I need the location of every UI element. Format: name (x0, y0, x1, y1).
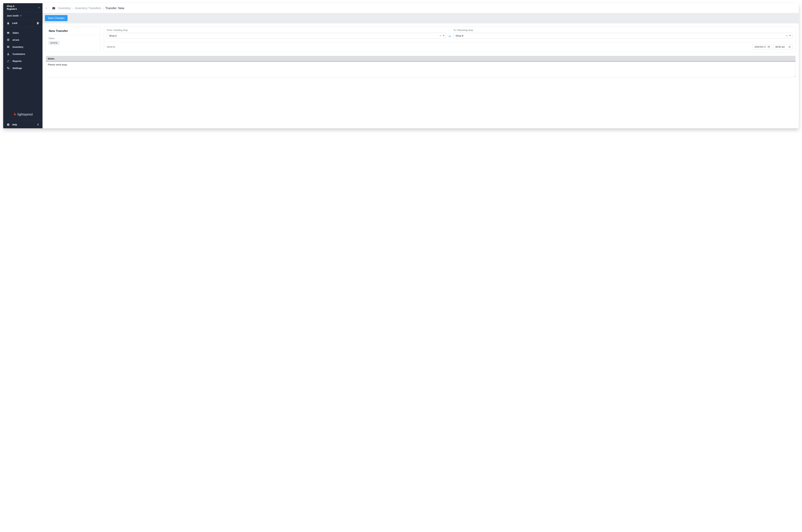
chevron-right-icon: › (103, 6, 103, 10)
flame-icon (13, 112, 16, 116)
drawer-icon (7, 45, 9, 48)
lock-icon (7, 22, 9, 24)
shop-register-switcher[interactable]: Shop A Register1 (3, 3, 42, 12)
nav-ecom[interactable]: eCom (3, 36, 42, 43)
need-by-time-input[interactable]: 08:00 am (773, 44, 793, 50)
pin-sidebar-button[interactable] (33, 121, 42, 128)
nav-label: Reports (13, 60, 22, 62)
from-shop-select[interactable]: Shop A × (107, 33, 446, 38)
calendar-icon (767, 46, 770, 48)
card-body: Status OPEN (46, 35, 100, 48)
lock-row: Lock (3, 19, 42, 27)
transfer-title: New Transfer (49, 29, 97, 33)
from-shop-label: From / Sending shop (107, 29, 446, 32)
chevron-right-icon: › (72, 6, 73, 10)
user-menu[interactable]: Jane Smith (3, 12, 42, 19)
time-value: 08:00 am (776, 45, 785, 48)
clear-icon[interactable]: × (786, 34, 787, 37)
breadcrumb-section[interactable]: Inventory Transfers (75, 6, 101, 10)
nav-reports[interactable]: Reports (3, 57, 42, 64)
hamburger-icon (46, 6, 47, 10)
help-button[interactable]: ? Help (3, 121, 33, 128)
nav-inventory[interactable]: Inventory (3, 43, 42, 50)
user-name: Jane Smith (7, 15, 19, 17)
shops-row: From / Sending shop Shop A × (104, 26, 796, 42)
card-header: New Transfer (46, 26, 100, 35)
clock-icon (788, 46, 791, 48)
need-by-inputs: 2018-04-17 08:00 am (752, 44, 793, 50)
to-shop-select[interactable]: Shop B × (454, 33, 793, 38)
chart-icon (7, 59, 9, 62)
to-shop-label: To / Receiving shop (454, 29, 793, 32)
register-name: Register1 (7, 8, 17, 11)
shop-name: Shop A (7, 5, 17, 8)
transfer-cards-row: New Transfer Status OPEN From / Sending … (46, 26, 796, 52)
nav-label: Sales (13, 32, 19, 34)
nav-customers[interactable]: Customers (3, 50, 42, 57)
main: Inventory › Inventory Transfers › Transf… (42, 3, 799, 128)
inventory-icon (52, 7, 55, 10)
pin-icon (37, 123, 39, 126)
help-label: Help (12, 124, 17, 126)
shop-register-block: Shop A Register1 (7, 5, 17, 11)
sidebar: Shop A Register1 Jane Smith Lock Sales (3, 3, 42, 128)
clear-icon[interactable]: × (440, 34, 441, 37)
action-bar: Save Changes (42, 13, 799, 23)
svg-rect-7 (53, 8, 54, 8)
gear-icon (7, 66, 9, 70)
globe-icon (7, 38, 9, 41)
date-value: 2018-04-17 (755, 45, 766, 48)
sidebar-footer: ? Help (3, 121, 42, 128)
transfer-shops-card: From / Sending shop Shop A × (104, 26, 796, 52)
nav-label: Inventory (13, 45, 23, 48)
logout-icon (37, 22, 39, 24)
user-icon (7, 53, 9, 55)
brand-logo: lightspeed (3, 109, 42, 121)
svg-text:?: ? (8, 124, 9, 126)
to-shop-value: Shop B (456, 34, 463, 37)
to-shop-column: To / Receiving shop Shop B × (454, 29, 793, 38)
from-shop-column: From / Sending shop Shop A × (107, 29, 446, 38)
nav-settings[interactable]: Settings (3, 64, 42, 72)
from-shop-value: Shop A (109, 34, 117, 37)
need-by-row: Need by 2018-04-17 08:00 am (104, 42, 796, 52)
menu-toggle-button[interactable] (46, 3, 49, 13)
status-label: Status (49, 37, 97, 40)
save-changes-button[interactable]: Save Changes (45, 15, 68, 21)
chevron-right-icon (39, 7, 40, 8)
status-badge: OPEN (49, 41, 59, 45)
chevron-down-icon (443, 35, 444, 36)
sidebar-nav: Sales eCom Inventory Customers Reports (3, 27, 42, 109)
brand-text: lightspeed (18, 113, 33, 116)
svg-rect-1 (8, 47, 9, 48)
nav-sales[interactable]: Sales (3, 29, 42, 36)
arrow-right-icon (448, 35, 451, 38)
breadcrumb-current: Transfer: New (105, 6, 124, 10)
need-by-date-input[interactable]: 2018-04-17 (752, 44, 772, 50)
select-controls: × (440, 34, 444, 37)
need-by-label: Need by (107, 45, 115, 48)
nav-label: eCom (13, 38, 19, 41)
notes-heading: Notes (46, 56, 796, 62)
select-controls: × (786, 34, 791, 37)
nav-label: Settings (13, 67, 22, 70)
notes-section: Notes (46, 56, 796, 78)
logout-button[interactable] (33, 19, 42, 27)
cash-register-icon (7, 31, 9, 34)
content: New Transfer Status OPEN From / Sending … (42, 23, 799, 128)
breadcrumb: Inventory › Inventory Transfers › Transf… (58, 6, 124, 10)
chevron-down-icon (20, 15, 22, 16)
transfer-status-card: New Transfer Status OPEN (46, 26, 100, 52)
help-icon: ? (7, 123, 9, 126)
svg-point-2 (8, 53, 9, 54)
topbar: Inventory › Inventory Transfers › Transf… (42, 3, 799, 13)
lock-label: Lock (12, 22, 18, 24)
lock-button[interactable]: Lock (3, 19, 33, 27)
svg-rect-5 (53, 7, 55, 8)
svg-rect-6 (53, 8, 55, 9)
breadcrumb-root[interactable]: Inventory (58, 6, 71, 10)
chevron-down-icon (789, 35, 791, 36)
notes-textarea[interactable] (46, 62, 796, 77)
nav-label: Customers (13, 53, 25, 55)
